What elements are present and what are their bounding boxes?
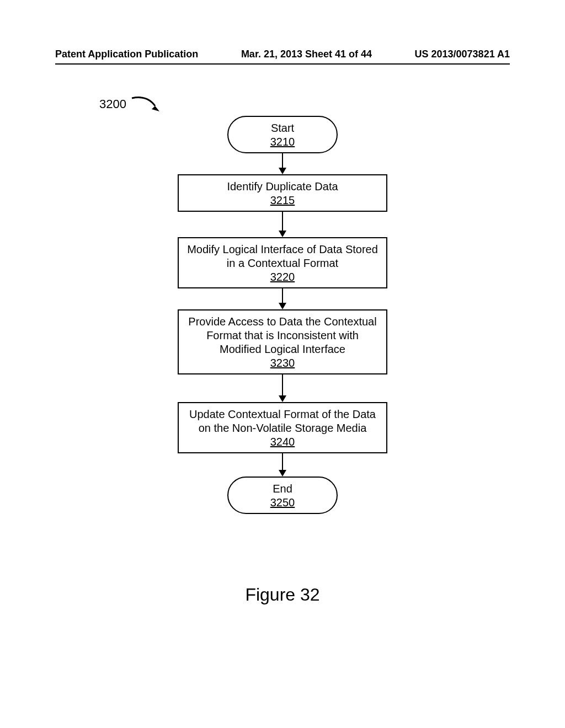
figure-caption: Figure 32	[245, 585, 319, 605]
process-identify-duplicate: Identify Duplicate Data 3215	[178, 174, 387, 212]
header-right: US 2013/0073821 A1	[415, 49, 510, 60]
process-update-format: Update Contextual Format of the Data on …	[178, 402, 387, 453]
page: Patent Application Publication Mar. 21, …	[0, 0, 565, 728]
header-center: Mar. 21, 2013 Sheet 41 of 44	[241, 49, 372, 60]
arrow-icon	[282, 153, 283, 174]
arrow-icon	[282, 374, 283, 402]
start-label: Start	[233, 121, 332, 135]
flowchart-reference-label: 3200	[99, 96, 163, 113]
step4-ref: 3240	[186, 435, 379, 449]
end-label: End	[233, 482, 332, 496]
step1-label: Identify Duplicate Data	[186, 180, 379, 194]
process-modify-interface: Modify Logical Interface of Data Stored …	[178, 237, 387, 288]
step3-ref: 3230	[186, 356, 379, 370]
curved-arrow-icon	[131, 96, 163, 113]
page-header: Patent Application Publication Mar. 21, …	[55, 49, 510, 60]
process-provide-access: Provide Access to Data the Contextual Fo…	[178, 309, 387, 374]
start-node: Start 3210	[227, 116, 338, 153]
arrow-icon	[282, 212, 283, 237]
flowchart: Start 3210 Identify Duplicate Data 3215 …	[172, 116, 393, 514]
end-ref: 3250	[233, 496, 332, 510]
step1-ref: 3215	[186, 194, 379, 207]
header-rule	[55, 63, 510, 65]
end-node: End 3250	[227, 477, 338, 514]
step2-label: Modify Logical Interface of Data Stored …	[186, 243, 379, 270]
header-left: Patent Application Publication	[55, 49, 198, 60]
arrow-icon	[282, 288, 283, 309]
flow-ref-number: 3200	[99, 97, 126, 111]
step4-label: Update Contextual Format of the Data on …	[186, 408, 379, 435]
start-ref: 3210	[233, 135, 332, 149]
arrow-icon	[282, 453, 283, 477]
svg-marker-0	[152, 106, 159, 111]
step2-ref: 3220	[186, 270, 379, 284]
step3-label: Provide Access to Data the Contextual Fo…	[186, 315, 379, 356]
